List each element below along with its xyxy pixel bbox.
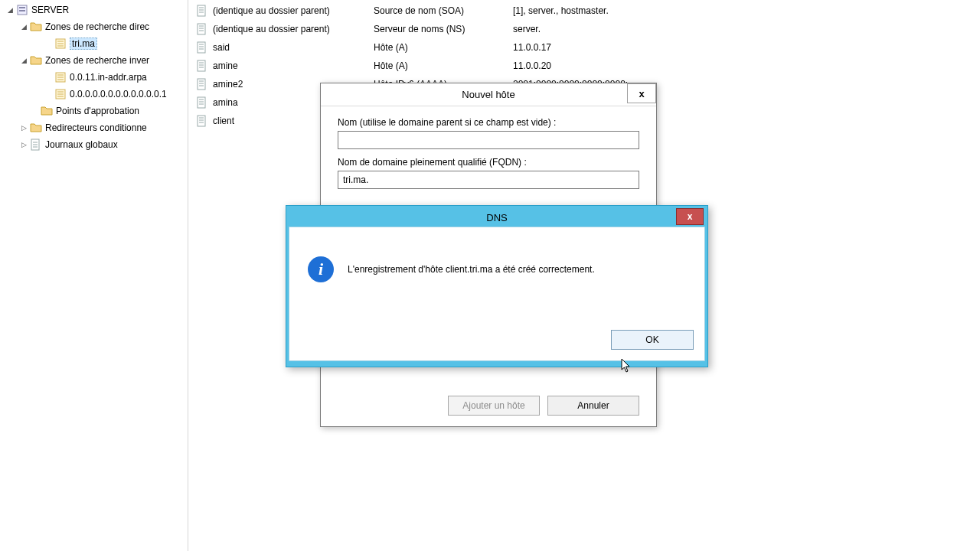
tree-node-forward-zones[interactable]: ◢ Zones de recherche direc	[0, 18, 188, 35]
ok-button[interactable]: OK	[611, 330, 694, 350]
server-icon	[16, 4, 28, 16]
svg-rect-8	[198, 24, 205, 34]
dialog-footer: Ajouter un hôte Annuler	[448, 396, 639, 416]
close-icon: x	[688, 211, 693, 222]
record-icon	[196, 5, 208, 17]
zone-icon	[54, 88, 67, 100]
dialog-title: Nouvel hôte	[462, 89, 514, 100]
record-name: (identique au dossier parent)	[213, 5, 374, 16]
dialog-body: i L'enregistrement d'hôte client.tri.ma …	[289, 227, 705, 361]
dns-info-dialog: DNS x i L'enregistrement d'hôte client.t…	[286, 205, 708, 367]
svg-rect-12	[198, 97, 205, 108]
tree-label-forward-zones: Zones de recherche direc	[45, 21, 149, 32]
info-icon: i	[308, 256, 334, 282]
folder-icon	[30, 122, 42, 134]
record-row[interactable]: amine Hôte (A) 11.0.0.20	[188, 57, 980, 75]
expander-icon[interactable]: ◢	[6, 6, 15, 15]
tree-node-rev-zone-1[interactable]: ▸ 0.0.11.in-addr.arpa	[0, 69, 188, 86]
record-data: server.	[513, 24, 980, 34]
zone-icon	[54, 71, 67, 83]
svg-rect-11	[198, 79, 205, 90]
svg-rect-2	[19, 10, 25, 11]
tree-label-reverse-zones: Zones de recherche inver	[45, 55, 149, 66]
tree-label-rev-zone-2: 0.0.0.0.0.0.0.0.0.0.0.0.1	[70, 89, 167, 99]
record-data: [1], server., hostmaster.	[513, 5, 980, 16]
tree-node-rev-zone-2[interactable]: ▸ 0.0.0.0.0.0.0.0.0.0.0.0.1	[0, 86, 188, 103]
svg-rect-13	[198, 116, 205, 126]
record-name: (identique au dossier parent)	[213, 24, 374, 34]
record-type: Serveur de noms (NS)	[374, 24, 513, 34]
svg-rect-9	[198, 42, 205, 53]
svg-rect-10	[198, 60, 205, 71]
log-icon	[30, 139, 42, 151]
svg-rect-1	[19, 7, 25, 8]
record-type: Source de nom (SOA)	[374, 5, 513, 16]
expander-icon[interactable]: ▷	[20, 124, 28, 132]
folder-icon	[30, 54, 42, 67]
record-data: 11.0.0.17	[513, 42, 980, 53]
close-button[interactable]: x	[627, 83, 656, 103]
name-input[interactable]	[338, 131, 639, 149]
cancel-button[interactable]: Annuler	[547, 396, 639, 416]
record-type: Hôte (A)	[374, 60, 513, 71]
tree-label-server: SERVER	[31, 5, 69, 15]
record-row[interactable]: said Hôte (A) 11.0.0.17	[188, 38, 980, 57]
close-icon: x	[639, 88, 644, 99]
expander-icon[interactable]: ▷	[20, 141, 28, 149]
tree-panel: ◢ SERVER ◢ Zones de recherche direc ▸ tr…	[0, 0, 188, 551]
tree-node-reverse-zones[interactable]: ◢ Zones de recherche inver	[0, 52, 188, 69]
record-icon	[196, 96, 208, 109]
record-icon	[196, 41, 208, 54]
name-label: Nom (utilise le domaine parent si ce cha…	[338, 117, 639, 128]
record-row[interactable]: (identique au dossier parent) Serveur de…	[188, 20, 980, 38]
add-host-button[interactable]: Ajouter un hôte	[448, 396, 540, 416]
record-icon	[196, 60, 208, 72]
tree-label-cond-fwd: Redirecteurs conditionne	[45, 122, 147, 133]
tree-node-zone-tri-ma[interactable]: ▸ tri.ma	[0, 35, 188, 52]
record-icon	[196, 115, 208, 127]
tree-node-cond-fwd[interactable]: ▷ Redirecteurs conditionne	[0, 119, 188, 136]
dialog-title: DNS	[486, 212, 507, 223]
tree-label-rev-zone-1: 0.0.11.in-addr.arpa	[70, 72, 147, 83]
info-message: L'enregistrement d'hôte client.tri.ma a …	[348, 264, 595, 275]
expander-icon[interactable]: ◢	[20, 57, 28, 65]
tree-node-server[interactable]: ◢ SERVER	[0, 2, 188, 18]
tree-node-global-logs[interactable]: ▷ Journaux globaux	[0, 136, 188, 153]
record-type: Hôte (A)	[374, 42, 513, 53]
close-button[interactable]: x	[676, 208, 704, 225]
zone-icon	[54, 37, 67, 50]
dialog-titlebar[interactable]: DNS x	[289, 208, 705, 227]
record-data: 11.0.0.20	[513, 60, 980, 71]
tree-label-global-logs: Journaux globaux	[45, 139, 118, 150]
record-row[interactable]: (identique au dossier parent) Source de …	[188, 2, 980, 20]
info-row: i L'enregistrement d'hôte client.tri.ma …	[289, 227, 704, 282]
tree-label-zone-tri-ma: tri.ma	[70, 37, 97, 50]
dialog-titlebar[interactable]: Nouvel hôte x	[321, 83, 656, 106]
tree-label-trust-points: Points d'approbation	[56, 106, 139, 116]
dialog-body: Nom (utilise le domaine parent si ce cha…	[321, 106, 656, 200]
fqdn-label: Nom de domaine pleinement qualifié (FQDN…	[338, 157, 639, 168]
record-icon	[196, 23, 208, 35]
tree-node-trust-points[interactable]: ▸ Points d'approbation	[0, 103, 188, 119]
expander-icon[interactable]: ◢	[20, 23, 28, 31]
record-name: said	[213, 42, 374, 53]
record-icon	[196, 78, 208, 90]
record-name: amine	[213, 60, 374, 71]
folder-icon	[41, 105, 53, 117]
svg-rect-7	[198, 5, 205, 16]
folder-icon	[30, 21, 42, 33]
fqdn-input[interactable]	[338, 171, 639, 189]
